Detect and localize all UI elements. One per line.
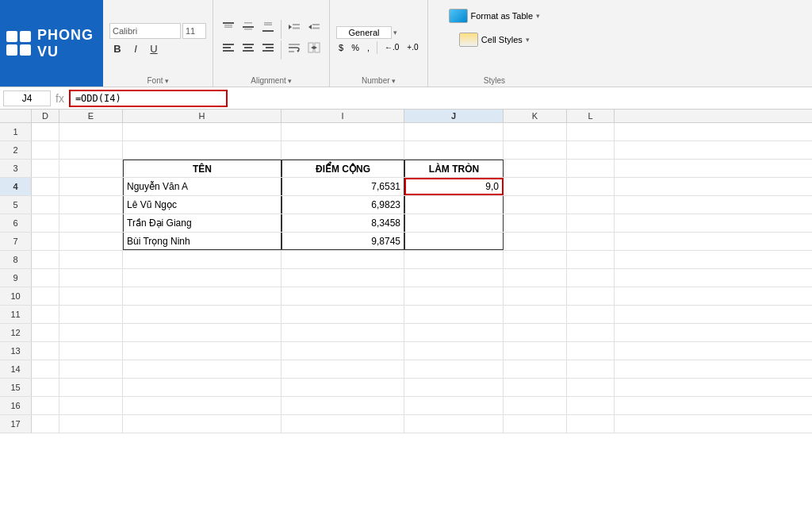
cell-l2[interactable] [567, 141, 615, 159]
cell-i12[interactable] [282, 324, 404, 341]
row-num-15[interactable]: 15 [0, 379, 32, 396]
col-header-d[interactable]: D [32, 110, 59, 122]
col-header-l[interactable]: L [567, 110, 615, 122]
cell-e8[interactable] [59, 251, 123, 268]
cell-j5[interactable] [404, 196, 504, 214]
row-num-3[interactable]: 3 [0, 160, 32, 177]
cell-l6[interactable] [567, 214, 615, 232]
cell-j13[interactable] [404, 342, 504, 360]
cell-i4[interactable]: 7,6531 [282, 178, 404, 195]
cell-l12[interactable] [567, 324, 615, 341]
cell-d8[interactable] [32, 251, 59, 268]
cell-k2[interactable] [504, 141, 567, 159]
align-left-button[interactable] [220, 40, 237, 55]
col-header-e[interactable]: E [59, 110, 123, 122]
cell-h11[interactable] [123, 306, 282, 323]
row-num-11[interactable]: 11 [0, 306, 32, 323]
cell-j1[interactable] [404, 123, 504, 140]
col-header-h[interactable]: H [123, 110, 282, 122]
cell-k9[interactable] [504, 269, 567, 287]
cell-i17[interactable] [282, 415, 404, 433]
increase-decimal-button[interactable]: +.0 [404, 42, 420, 52]
col-header-k[interactable]: K [504, 110, 567, 122]
cell-d12[interactable] [32, 324, 59, 341]
cell-e1[interactable] [59, 123, 123, 140]
cell-i13[interactable] [282, 342, 404, 360]
row-num-17[interactable]: 17 [0, 415, 32, 433]
align-top-button[interactable] [220, 20, 237, 34]
cell-e14[interactable] [59, 360, 123, 378]
row-num-1[interactable]: 1 [0, 123, 32, 140]
cell-l13[interactable] [567, 342, 615, 360]
cell-i10[interactable] [282, 287, 404, 305]
cell-h9[interactable] [123, 269, 282, 287]
cell-j11[interactable] [404, 306, 504, 323]
align-center-button[interactable] [239, 40, 257, 55]
cell-h15[interactable] [123, 379, 282, 396]
cell-l8[interactable] [567, 251, 615, 268]
cell-l3[interactable] [567, 160, 615, 177]
alignment-expand-icon[interactable]: ▾ [288, 77, 292, 85]
comma-button[interactable]: , [365, 42, 372, 53]
cell-h3[interactable]: TÊN [123, 160, 282, 177]
cell-j9[interactable] [404, 269, 504, 287]
cell-k13[interactable] [504, 342, 567, 360]
cell-e3[interactable] [59, 160, 123, 177]
cell-e13[interactable] [59, 342, 123, 360]
cell-k16[interactable] [504, 397, 567, 414]
cell-d13[interactable] [32, 342, 59, 360]
cell-k3[interactable] [504, 160, 567, 177]
row-num-6[interactable]: 6 [0, 214, 32, 232]
cell-d9[interactable] [32, 269, 59, 287]
row-num-16[interactable]: 16 [0, 397, 32, 414]
cell-j4[interactable]: 9,0 [404, 178, 504, 195]
cell-i2[interactable] [282, 141, 404, 159]
cell-k10[interactable] [504, 287, 567, 305]
cell-k1[interactable] [504, 123, 567, 140]
cell-j17[interactable] [404, 415, 504, 433]
cell-h16[interactable] [123, 397, 282, 414]
cell-h17[interactable] [123, 415, 282, 433]
cell-reference-input[interactable] [3, 90, 51, 106]
cell-h5[interactable]: Lê Vũ Ngọc [123, 196, 282, 214]
cell-k7[interactable] [504, 233, 567, 250]
cell-h14[interactable] [123, 360, 282, 378]
cell-k4[interactable] [504, 178, 567, 195]
font-size-box[interactable]: 11 [182, 23, 206, 39]
number-format-expand[interactable]: ▾ [393, 29, 397, 37]
cell-d5[interactable] [32, 196, 59, 214]
cell-l7[interactable] [567, 233, 615, 250]
cell-k8[interactable] [504, 251, 567, 268]
cell-k17[interactable] [504, 415, 567, 433]
bold-button[interactable]: B [109, 41, 125, 57]
decrease-decimal-button[interactable]: ←.0 [382, 42, 401, 52]
cell-styles-expand[interactable]: ▾ [526, 36, 530, 44]
row-num-14[interactable]: 14 [0, 360, 32, 378]
align-middle-button[interactable] [239, 20, 257, 34]
cell-h10[interactable] [123, 287, 282, 305]
cell-i15[interactable] [282, 379, 404, 396]
font-expand-icon[interactable]: ▾ [165, 77, 169, 85]
cell-d11[interactable] [32, 306, 59, 323]
font-name-box[interactable]: Calibri [109, 23, 181, 39]
col-header-i[interactable]: I [282, 110, 404, 122]
cell-j8[interactable] [404, 251, 504, 268]
cell-l10[interactable] [567, 287, 615, 305]
cell-d17[interactable] [32, 415, 59, 433]
row-num-4[interactable]: 4 [0, 178, 32, 195]
cell-d3[interactable] [32, 160, 59, 177]
cell-h2[interactable] [123, 141, 282, 159]
cell-j10[interactable] [404, 287, 504, 305]
cell-d10[interactable] [32, 287, 59, 305]
cell-e9[interactable] [59, 269, 123, 287]
cell-i1[interactable] [282, 123, 404, 140]
cell-j3[interactable]: LÀM TRÒN [404, 160, 504, 177]
cell-j14[interactable] [404, 360, 504, 378]
row-num-9[interactable]: 9 [0, 269, 32, 287]
cell-d16[interactable] [32, 397, 59, 414]
cell-l17[interactable] [567, 415, 615, 433]
cell-j7[interactable] [404, 233, 504, 250]
cell-h4[interactable]: Nguyễn Văn A [123, 178, 282, 195]
formula-input[interactable]: =ODD(I4) [69, 90, 228, 107]
cell-j12[interactable] [404, 324, 504, 341]
